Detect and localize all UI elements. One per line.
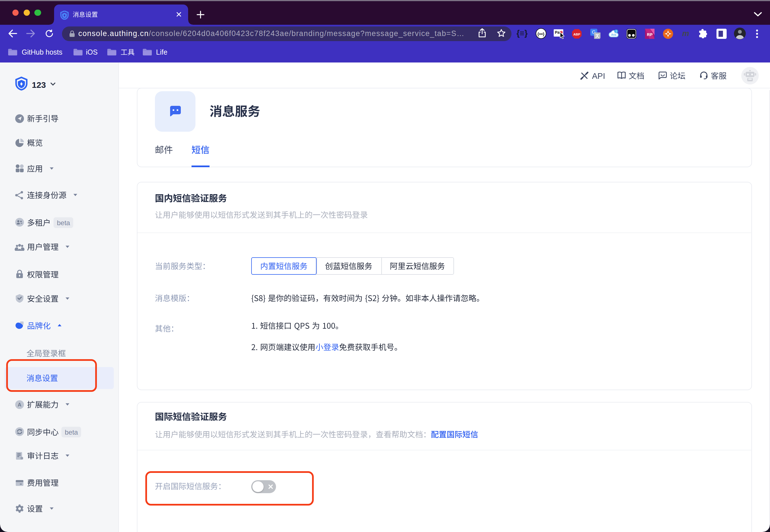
svg-text:RP: RP xyxy=(647,32,653,37)
svg-text:Aria: Aria xyxy=(611,33,616,36)
svg-text:ABP: ABP xyxy=(574,32,581,36)
svg-text:A: A xyxy=(18,402,21,408)
svg-text:2: 2 xyxy=(615,30,617,33)
